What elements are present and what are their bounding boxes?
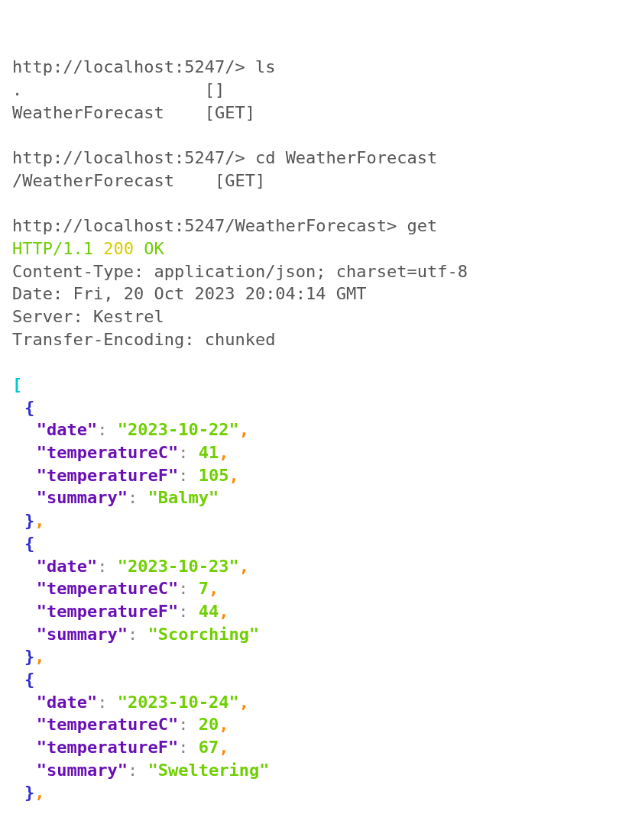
prompt-line-1[interactable]: http://localhost:5247/> ls [12,57,275,76]
prompt-2: http://localhost:5247/> [12,148,245,167]
http-status-code: 200 [103,239,134,258]
ls-name-1: WeatherForecast [12,103,164,122]
header-1: Date: Fri, 20 Oct 2023 20:04:14 GMT [12,284,367,303]
ls-name-0: . [12,80,22,99]
ls-row-1: WeatherForecast [GET] [12,103,255,122]
json-1-tempf: "temperatureF": 44, [12,602,228,621]
json-object-0-close: }, [12,511,44,530]
json-1-tempc: "temperatureC": 7, [12,579,219,598]
terminal-output: http://localhost:5247/> ls . [] WeatherF… [12,56,620,804]
json-object-2-close: }, [12,783,44,802]
status-line: HTTP/1.1 200 OK [12,239,164,258]
cd-row-0: /WeatherForecast [GET] [12,171,265,190]
header-3: Transfer-Encoding: chunked [12,330,275,349]
json-array-open: [ [12,375,22,394]
json-2-date: "date": "2023-10-24", [12,693,249,712]
prompt-line-2[interactable]: http://localhost:5247/> cd WeatherForeca… [12,148,437,167]
cd-name-0: /WeatherForecast [12,171,174,190]
prompt-1: http://localhost:5247/> [12,57,245,76]
json-object-0-open: { [12,398,34,417]
json-0-date: "date": "2023-10-22", [12,420,249,439]
json-object-1-close: }, [12,647,44,666]
json-1-date: "date": "2023-10-23", [12,557,249,576]
http-status-text: OK [144,239,164,258]
prompt-line-3[interactable]: http://localhost:5247/WeatherForecast> g… [12,216,437,235]
json-1-summary: "summary": "Scorching" [12,625,259,644]
cd-methods-0: [GET] [215,171,265,190]
ls-methods-1: [GET] [205,103,255,122]
header-2: Server: Kestrel [12,307,164,326]
ls-methods-0: [] [205,80,225,99]
prompt-3: http://localhost:5247/WeatherForecast> [12,216,397,235]
json-0-tempf: "temperatureF": 105, [12,466,239,485]
json-0-tempc: "temperatureC": 41, [12,443,228,462]
json-2-summary: "summary": "Sweltering" [12,761,269,780]
command-cd: cd WeatherForecast [255,148,437,167]
command-get: get [407,216,438,235]
json-2-tempf: "temperatureF": 67, [12,738,228,757]
json-2-tempc: "temperatureC": 20, [12,715,228,734]
http-protocol: HTTP/1.1 [12,239,93,258]
command-ls: ls [255,57,276,76]
json-0-summary: "summary": "Balmy" [12,488,219,507]
json-object-2-open: { [12,670,34,689]
header-0: Content-Type: application/json; charset=… [12,262,468,281]
ls-row-0: . [] [12,80,225,99]
json-object-1-open: { [12,534,34,553]
